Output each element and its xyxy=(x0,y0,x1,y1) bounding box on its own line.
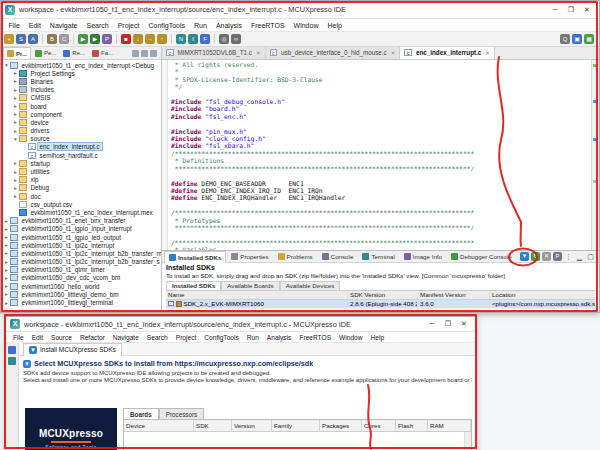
menu-run[interactable]: Run xyxy=(190,22,212,29)
tree-item[interactable]: ▸evkbimxrt1050_t1_igpio_led_output xyxy=(1,233,161,241)
tab-boards[interactable]: Boards xyxy=(123,408,159,419)
collapsed-arrow-icon[interactable]: ▸ xyxy=(3,259,10,265)
tree-item[interactable]: ▸component xyxy=(1,110,161,118)
terminate-icon[interactable]: ■ xyxy=(121,34,131,44)
collapsed-arrow-icon[interactable]: ▸ xyxy=(12,103,19,109)
menu-navigate[interactable]: Navigate xyxy=(109,334,143,341)
installed-sdks-view-icon[interactable] xyxy=(8,357,16,365)
menu-help[interactable]: Help xyxy=(367,334,389,341)
tab-registers[interactable]: Re... xyxy=(60,47,88,59)
tree-item[interactable]: ▸evkbimxrt1050_t1_igpio_input_interrupt xyxy=(1,225,161,233)
column-header-ram[interactable]: RAM xyxy=(428,420,471,432)
tab-peripherals[interactable]: Pe... xyxy=(32,47,59,59)
menu-source[interactable]: Source xyxy=(47,334,76,341)
subtab-available-boards[interactable]: Available Boards xyxy=(221,281,279,290)
save-all-icon[interactable]: A xyxy=(28,34,38,44)
restore-view-icon[interactable] xyxy=(8,346,16,354)
tree-item[interactable]: ▸device xyxy=(1,118,161,126)
code-editor[interactable]: * All rights reserved. * * SPDX-License-… xyxy=(162,60,599,250)
expanded-arrow-icon[interactable]: ▾ xyxy=(3,62,10,68)
tree-item[interactable]: ▸Binaries xyxy=(1,77,161,85)
menu-project[interactable]: Project xyxy=(172,334,201,341)
tree-item[interactable]: ▸evkmimxrt1060_hello_world xyxy=(1,282,161,290)
project-tree[interactable]: ▾evkbimxrt1050_t1_enc_index_interrupt <D… xyxy=(1,60,161,312)
menu-freertos[interactable]: FreeRTOS xyxy=(295,334,335,341)
collapsed-arrow-icon[interactable]: ▸ xyxy=(12,169,19,175)
tree-item[interactable]: ▸evkbimxrt1050_t1_lpi2c_interrupt xyxy=(1,241,161,249)
install-sdk-icon[interactable]: ▼ xyxy=(520,252,529,261)
collapsed-arrow-icon[interactable]: ▸ xyxy=(12,111,19,117)
tree-item[interactable]: ▸board xyxy=(1,102,161,110)
close-tab-icon[interactable]: ✕ xyxy=(485,50,490,56)
maximize-button[interactable]: ❐ xyxy=(563,3,579,17)
tree-item[interactable]: ▸evkbimxrt1050_t1_enet_txrx_transfer xyxy=(1,217,161,225)
collapsed-arrow-icon[interactable]: ▸ xyxy=(12,78,19,84)
new-icon[interactable]: + xyxy=(4,34,14,44)
tab-enc-index-file[interactable]: cenc_index_interrupt.c✕ xyxy=(400,47,495,59)
menu-configtools[interactable]: ConfigTools xyxy=(144,22,190,29)
collapsed-arrow-icon[interactable]: ▸ xyxy=(12,193,19,199)
tab-problems[interactable]: Problems xyxy=(274,251,317,263)
subtab-installed-sdks[interactable]: Installed SDKs xyxy=(166,281,221,290)
tab-debugger-console[interactable]: Debugger Console xyxy=(447,251,516,263)
tree-item[interactable]: ▸evkmimxrt1060_littlevgl_terminal xyxy=(1,298,161,306)
develop-perspective-icon[interactable]: ▣ xyxy=(572,34,582,44)
collapsed-arrow-icon[interactable]: ▸ xyxy=(3,250,10,256)
tree-item[interactable]: ▸doc xyxy=(1,192,161,200)
build-icon[interactable]: B xyxy=(47,34,57,44)
menu-search[interactable]: Search xyxy=(143,334,172,341)
menu-project[interactable]: Project xyxy=(113,22,144,29)
minimize-button[interactable]: ─ xyxy=(547,3,563,17)
collapsed-arrow-icon[interactable]: ▸ xyxy=(12,95,19,101)
run-icon[interactable]: ▶ xyxy=(90,34,100,44)
collapsed-arrow-icon[interactable]: ▸ xyxy=(12,70,19,76)
menu-run[interactable]: Run xyxy=(243,334,263,341)
save-icon[interactable]: S xyxy=(16,34,26,44)
quick-access-icon[interactable]: Q xyxy=(560,34,570,44)
tab-installed-sdks[interactable]: Installed SDKs xyxy=(164,251,226,263)
tree-item[interactable]: ▸evkbimxrt1050_t1_lpi2c_interrupt_b2b_tr… xyxy=(1,258,161,266)
collapsed-arrow-icon[interactable]: ▸ xyxy=(12,119,19,125)
tree-item[interactable]: csemihost_hardfault.c xyxy=(1,151,161,159)
collapse-all-icon[interactable] xyxy=(132,50,139,57)
flag-icon[interactable]: F xyxy=(200,34,210,44)
collapsed-arrow-icon[interactable]: ▸ xyxy=(3,300,10,306)
new-project-icon[interactable]: N xyxy=(176,34,186,44)
refresh-icon[interactable]: ↻ xyxy=(531,252,540,261)
clean-icon[interactable]: C xyxy=(59,34,69,44)
step-over-icon[interactable]: → xyxy=(145,34,155,44)
link-editor-icon[interactable] xyxy=(141,50,148,57)
tree-item[interactable]: ▸Debug xyxy=(1,184,161,192)
devices-table-body[interactable] xyxy=(124,432,464,450)
tree-item[interactable]: cenc_index_interrupt.c xyxy=(1,143,161,151)
subtab-available-devices[interactable]: Available Devices xyxy=(280,281,341,290)
collapsed-arrow-icon[interactable]: ▸ xyxy=(3,242,10,248)
close-button[interactable]: ✕ xyxy=(456,317,472,331)
tree-item[interactable]: ▸evkbimxrt1050_t1_lpi2c_interrupt_b2b_tr… xyxy=(1,249,161,257)
menu-analysis[interactable]: Analysis xyxy=(263,334,296,341)
tree-item[interactable]: ▸startup xyxy=(1,159,161,167)
search-icon[interactable]: ◎ xyxy=(219,34,229,44)
tab-terminal[interactable]: Terminal xyxy=(358,251,398,263)
menu-refactor[interactable]: Refactor xyxy=(76,334,109,341)
column-header-location[interactable]: Location xyxy=(490,291,595,299)
column-header-device[interactable]: Device xyxy=(124,420,194,432)
expanded-arrow-icon[interactable]: ▾ xyxy=(12,136,19,142)
tree-item[interactable]: ▾source xyxy=(1,135,161,143)
vertical-scrollbar[interactable] xyxy=(464,432,471,450)
collapsed-arrow-icon[interactable]: ▸ xyxy=(3,291,10,297)
link-icon[interactable]: ∞ xyxy=(231,34,241,44)
sdk-row[interactable]: ✓SDK_2.x_EVK-MIMXRT10642.8.6 (Eplugin-si… xyxy=(166,309,595,313)
minimize-button[interactable]: ─ xyxy=(424,317,440,331)
collapsed-arrow-icon[interactable]: ▸ xyxy=(3,275,10,281)
close-button[interactable]: ✕ xyxy=(579,3,595,17)
sdk-row[interactable]: ✓SDK_2.x_EVK-MIMXRT10602.8.6 (Eplugin-si… xyxy=(166,300,595,309)
menu-analysis[interactable]: Analysis xyxy=(211,22,246,29)
minimize-panel-icon[interactable]: ▁ xyxy=(575,252,584,261)
sdk-checkbox[interactable]: ✓ xyxy=(168,310,174,312)
view-menu-icon[interactable] xyxy=(150,50,157,57)
profile-icon[interactable]: P xyxy=(102,34,112,44)
tree-item[interactable]: evkbimxrt1050_t1_enc_index_interrupt.mex xyxy=(1,208,161,216)
maximize-panel-icon[interactable]: ▢ xyxy=(586,252,595,261)
step-return-icon[interactable]: ↑ xyxy=(157,34,167,44)
